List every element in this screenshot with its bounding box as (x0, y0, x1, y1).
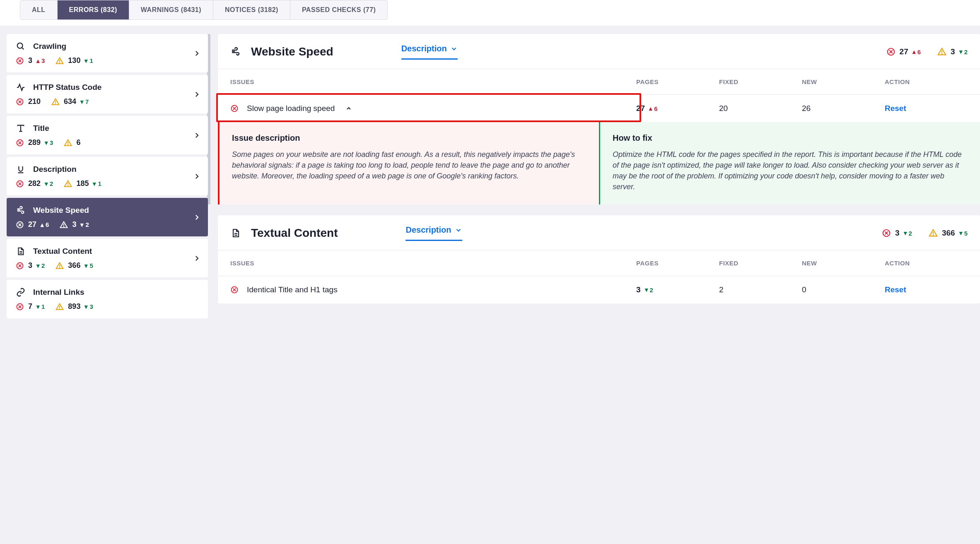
col-issues: ISSUES (230, 78, 636, 85)
error-icon (230, 104, 239, 113)
error-count: 289 (28, 138, 41, 147)
svg-point-46 (942, 53, 942, 54)
chevron-right-icon (193, 214, 200, 221)
sidebar-item-internal-links[interactable]: Internal Links 7 ▾ 1 893 ▾ 3 (7, 280, 208, 318)
warning-count: 130 (68, 56, 80, 65)
warning-trend: ▾ 1 (84, 57, 93, 65)
warning-trend: ▾ 5 (84, 262, 93, 270)
header-warning-summary: 3 ▾ 2 (937, 47, 968, 56)
svg-point-41 (60, 308, 60, 308)
reset-link[interactable]: Reset (885, 104, 968, 113)
top-tabs-wrapper: ALL ERRORS (832) WARNINGS (8431) NOTICES… (0, 0, 980, 26)
header-error-summary: 3 ▾ 2 (882, 229, 912, 238)
error-count: 3 (28, 261, 32, 270)
chevron-right-icon (193, 173, 200, 180)
warning-icon (60, 221, 68, 229)
warning-count: 366 (68, 261, 80, 270)
main-panel: Website Speed Description 27 ▴ 6 (218, 34, 980, 318)
col-issues: ISSUES (230, 260, 636, 267)
tab-warnings[interactable]: WARNINGS (8431) (129, 0, 213, 19)
col-new: NEW (802, 78, 885, 85)
svg-line-1 (22, 48, 24, 50)
error-icon (16, 221, 24, 229)
sidebar-item-textual-content[interactable]: Textual Content 3 ▾ 2 366 ▾ 5 (7, 239, 208, 277)
header-warning-summary: 366 ▾ 5 (929, 229, 968, 238)
new-count: 26 (802, 104, 885, 113)
chevron-down-icon (450, 45, 458, 53)
tab-all[interactable]: ALL (20, 0, 58, 19)
issue-row-slow-page[interactable]: Slow page loading speed 27 ▴ 6 20 26 Res… (218, 94, 980, 122)
sidebar-item-label: Textual Content (33, 247, 92, 256)
col-pages: PAGES (636, 260, 719, 267)
col-action: ACTION (885, 260, 968, 267)
col-new: NEW (802, 260, 885, 267)
tab-errors[interactable]: ERRORS (832) (58, 0, 129, 19)
sidebar-item-website-speed[interactable]: Website Speed 27 ▴ 6 3 ▾ 2 (7, 198, 208, 236)
error-icon (16, 303, 24, 311)
table-header: ISSUES PAGES FIXED NEW ACTION (218, 69, 980, 94)
error-trend: ▾ 1 (36, 303, 45, 311)
how-to-fix-title: How to fix (613, 132, 968, 144)
chevron-down-icon (455, 226, 462, 234)
type-icon (16, 123, 26, 133)
issue-details: Issue description Some pages on your web… (218, 122, 980, 205)
tab-description[interactable]: Description (401, 44, 458, 60)
fixed-count: 20 (719, 104, 802, 113)
wind-icon (16, 205, 26, 215)
sidebar-item-title[interactable]: Title 289 ▾ 3 6 (7, 116, 208, 154)
tab-passed[interactable]: PASSED CHECKS (77) (290, 0, 388, 19)
tab-notices[interactable]: NOTICES (3182) (213, 0, 290, 19)
error-icon (16, 57, 24, 65)
section-textual-content: Textual Content Description 3 ▾ 2 (218, 215, 980, 303)
chevron-up-icon (345, 105, 352, 112)
sidebar-item-crawling[interactable]: Crawling 3 ▴ 3 130 ▾ 1 (7, 34, 208, 72)
sidebar: Crawling 3 ▴ 3 130 ▾ 1 (7, 34, 208, 318)
pages-trend: ▾ 2 (645, 286, 653, 294)
new-count: 0 (802, 285, 885, 294)
error-count: 210 (28, 97, 41, 106)
fixed-count: 2 (719, 285, 802, 294)
sidebar-item-label: Website Speed (33, 206, 89, 215)
underline-icon (16, 164, 26, 174)
pages-count: 3 (636, 285, 641, 294)
svg-point-6 (60, 62, 60, 63)
wind-icon (230, 46, 241, 57)
error-trend: ▾ 2 (36, 262, 45, 270)
col-pages: PAGES (636, 78, 719, 85)
tab-description[interactable]: Description (406, 225, 462, 241)
issue-row-identical-title-h1[interactable]: Identical Title and H1 tags 3 ▾ 2 2 0 Re… (218, 276, 980, 303)
activity-icon (16, 82, 26, 92)
sidebar-item-description[interactable]: Description 282 ▾ 2 185 ▾ 1 (7, 157, 208, 195)
link-icon (16, 287, 26, 297)
sidebar-item-label: Title (33, 124, 49, 133)
warning-icon (929, 229, 938, 238)
warning-icon (64, 139, 72, 147)
table-header: ISSUES PAGES FIXED NEW ACTION (218, 250, 980, 276)
header-error-summary: 27 ▴ 6 (886, 47, 921, 56)
chevron-right-icon (193, 255, 200, 262)
error-count: 7 (28, 302, 32, 311)
warning-icon (64, 180, 72, 188)
error-count: 27 (28, 220, 36, 229)
warning-trend: ▾ 1 (93, 180, 101, 188)
section-title: Website Speed (251, 45, 333, 58)
svg-point-24 (68, 185, 68, 185)
issue-description-panel: Issue description Some pages on your web… (218, 122, 599, 205)
sidebar-item-label: HTTP Status Code (33, 83, 101, 92)
svg-point-18 (68, 144, 68, 144)
error-trend: ▴ 6 (41, 221, 49, 229)
warning-icon (56, 262, 64, 270)
reset-link[interactable]: Reset (885, 285, 968, 294)
warning-trend: ▾ 7 (80, 98, 89, 106)
how-to-fix-text: Optimize the HTML code for the pages spe… (613, 149, 968, 192)
error-trend: ▾ 3 (45, 139, 53, 147)
warning-count: 893 (68, 302, 80, 311)
error-icon (16, 262, 24, 270)
sidebar-item-http-status[interactable]: HTTP Status Code 210 634 ▾ 7 (7, 75, 208, 113)
warning-icon (56, 303, 64, 311)
error-icon (16, 139, 24, 147)
error-trend: ▴ 3 (36, 57, 45, 65)
sidebar-item-label: Internal Links (33, 288, 84, 297)
file-text-icon (16, 246, 26, 256)
col-fixed: FIXED (719, 78, 802, 85)
